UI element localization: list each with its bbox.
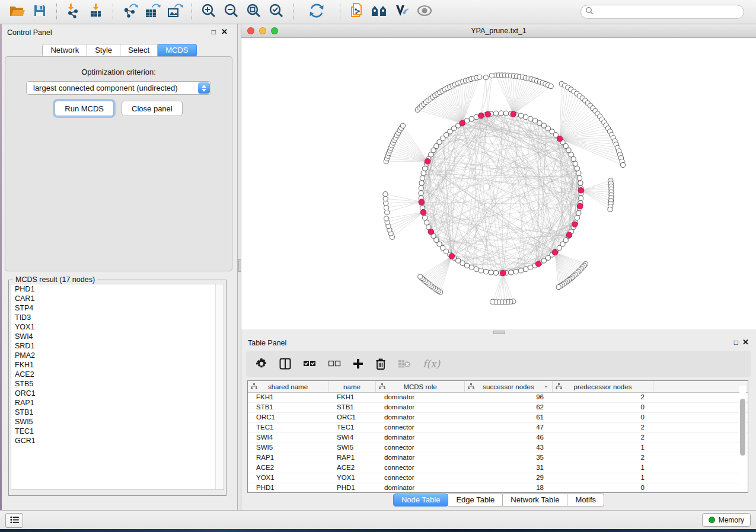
run-mcds-button[interactable]: Run MCDS	[55, 101, 114, 116]
table-row[interactable]: STB1STB1dominator620	[248, 403, 748, 413]
show-all-button[interactable]	[415, 3, 434, 21]
mcds-result-item[interactable]: STB5	[11, 379, 224, 389]
tab-mcds[interactable]: MCDS	[158, 44, 196, 57]
memory-button[interactable]: Memory	[702, 513, 751, 527]
show-columns-button[interactable]	[279, 358, 291, 370]
apply-layout-button[interactable]	[307, 3, 326, 21]
mcds-result-item[interactable]: CAR1	[11, 294, 224, 303]
search-field[interactable]	[580, 5, 744, 19]
mcds-result-item[interactable]: STB1	[11, 408, 224, 417]
first-neighbors-button[interactable]	[370, 3, 389, 21]
mcds-result-list[interactable]: PHD1CAR1STP4TID3YOX1SWI4SRD1PMA2FKH1ACE2…	[11, 284, 224, 490]
open-folder-icon	[9, 4, 25, 20]
export-network-icon	[122, 3, 138, 21]
column-header-shared-name[interactable]: shared name	[248, 381, 328, 392]
column-header-predecessor-nodes[interactable]: predecessor nodes	[553, 381, 653, 392]
mcds-result-item[interactable]: ACE2	[11, 370, 224, 379]
table-row[interactable]: SWI4SWI4dominator462	[248, 433, 748, 443]
table-row[interactable]: PHD1PHD1dominator180	[248, 483, 748, 493]
mcds-result-item[interactable]: GCR1	[11, 436, 224, 446]
zoom-window-icon[interactable]	[271, 27, 278, 34]
mcds-result-item[interactable]: SRD1	[11, 341, 224, 351]
zoom-fit-button[interactable]	[244, 3, 263, 21]
export-image-button[interactable]	[165, 3, 184, 21]
zoom-in-icon	[201, 3, 216, 21]
horizontal-splitter[interactable]	[241, 329, 756, 335]
table-tab-network-table[interactable]: Network Table	[503, 493, 567, 507]
close-window-icon[interactable]	[247, 27, 254, 34]
apply-function-button[interactable]: f(x)	[423, 358, 440, 370]
delete-rows-button[interactable]	[375, 358, 386, 370]
zoom-selected-button[interactable]	[267, 3, 286, 21]
memory-status-icon	[709, 517, 715, 523]
save-session-button[interactable]	[30, 3, 49, 21]
close-panel-icon[interactable]: ✕	[742, 338, 749, 346]
mcds-result-item[interactable]: ORC1	[11, 389, 224, 398]
splitter-grabber[interactable]	[493, 331, 505, 334]
import-network-icon	[66, 3, 81, 21]
mcds-result-item[interactable]: SWI4	[11, 332, 224, 341]
table-row[interactable]: YOX1YOX1connector291	[248, 473, 748, 483]
close-panel-icon[interactable]: ✕	[221, 28, 228, 36]
tab-network[interactable]: Network	[42, 44, 87, 57]
import-table-button[interactable]	[87, 3, 106, 21]
table-row[interactable]: TEC1TEC1connector472	[248, 423, 748, 433]
table-tab-node-table[interactable]: Node Table	[393, 493, 449, 507]
delete-table-button[interactable]	[398, 359, 411, 368]
mcds-result-item[interactable]: FKH1	[11, 360, 224, 370]
table-settings-button[interactable]	[256, 358, 267, 370]
export-table-button[interactable]	[143, 3, 162, 21]
table-row[interactable]: ACE2ACE2connector311	[248, 463, 748, 473]
table-row[interactable]: ORC1ORC1dominator610	[248, 413, 748, 423]
control-panel-tabs: NetworkStyleSelectMCDS	[2, 44, 237, 57]
import-network-button[interactable]	[64, 3, 83, 21]
status-bar: Memory	[0, 510, 756, 529]
mcds-result-item[interactable]: YOX1	[11, 322, 224, 332]
vertical-splitter[interactable]	[237, 24, 241, 510]
network-graph[interactable]	[241, 38, 756, 329]
column-header-name[interactable]: name	[328, 381, 376, 392]
search-input[interactable]	[596, 7, 744, 17]
table-cell: ACE2	[248, 463, 328, 473]
table-cell: 96	[465, 393, 553, 402]
tab-select[interactable]: Select	[120, 44, 158, 57]
mcds-result-item[interactable]: PMA2	[11, 351, 224, 360]
criterion-select[interactable]: largest connected component (undirected)	[26, 81, 211, 95]
zoom-out-button[interactable]	[222, 3, 241, 21]
table-row[interactable]: FKH1FKH1dominator962	[248, 393, 748, 403]
mcds-result-item[interactable]: TID3	[11, 313, 224, 322]
clone-network-button[interactable]	[347, 3, 366, 21]
network-canvas[interactable]	[241, 38, 756, 329]
add-row-button[interactable]	[353, 358, 363, 369]
float-panel-icon[interactable]: □	[212, 28, 216, 36]
column-header-successor-nodes[interactable]: successor nodes⌄	[465, 381, 553, 392]
node-table[interactable]: shared namenameMCDS rolesuccessor nodes⌄…	[247, 380, 748, 493]
float-panel-icon[interactable]: □	[734, 339, 738, 346]
minimize-window-icon[interactable]	[259, 27, 266, 34]
scrollbar-thumb[interactable]	[740, 399, 745, 456]
mcds-result-item[interactable]: RAP1	[11, 398, 224, 408]
table-scrollbar[interactable]	[739, 386, 746, 488]
table-header-row: shared namenameMCDS rolesuccessor nodes⌄…	[248, 381, 748, 393]
table-row[interactable]: RAP1RAP1dominator352	[248, 453, 748, 463]
mcds-result-item[interactable]: SWI5	[11, 417, 224, 427]
select-all-rows-button[interactable]	[303, 360, 316, 368]
tab-style[interactable]: Style	[87, 44, 120, 57]
mcds-result-item[interactable]: TEC1	[11, 427, 224, 436]
hide-selected-button[interactable]	[393, 3, 412, 21]
list-scrollbar[interactable]	[215, 284, 224, 489]
zoom-in-button[interactable]	[199, 3, 218, 21]
table-row[interactable]: SWI5SWI5connector431	[248, 443, 748, 453]
network-titlebar[interactable]: YPA_prune.txt_1	[241, 24, 756, 38]
close-panel-button[interactable]: Close panel	[122, 101, 183, 116]
task-history-button[interactable]	[5, 513, 23, 528]
table-tab-motifs[interactable]: Motifs	[567, 493, 604, 507]
column-header-MCDS-role[interactable]: MCDS role	[376, 381, 465, 392]
export-network-button[interactable]	[120, 3, 139, 21]
mcds-result-item[interactable]: STP4	[11, 303, 224, 313]
mcds-result-item[interactable]: PHD1	[11, 284, 224, 294]
table-cell: connector	[376, 423, 465, 432]
open-session-button[interactable]	[8, 3, 27, 21]
table-tab-edge-table[interactable]: Edge Table	[448, 493, 503, 507]
deselect-all-rows-button[interactable]	[328, 360, 341, 368]
